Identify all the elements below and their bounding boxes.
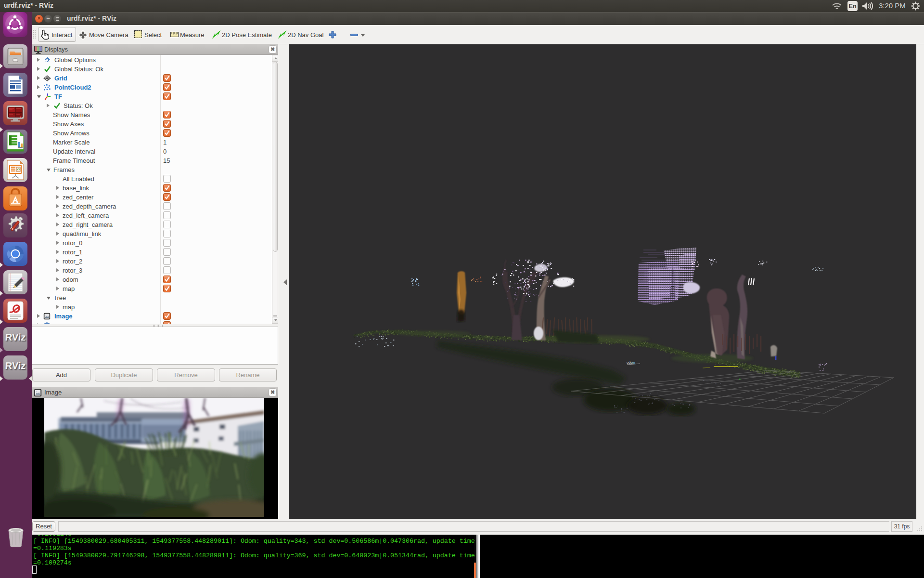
svg-text:odom: odom	[627, 361, 635, 364]
